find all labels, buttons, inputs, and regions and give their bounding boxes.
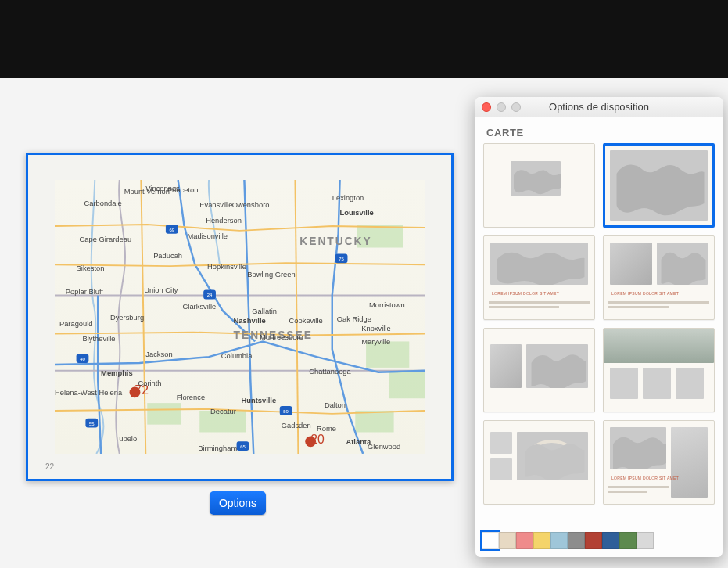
svg-text:69: 69	[169, 228, 174, 232]
top-dark-band	[0, 0, 728, 78]
map-view: 40 75 59 65 24 55 69 72 20 KENTUCKY TENN…	[55, 180, 425, 454]
svg-text:65: 65	[240, 444, 246, 449]
layout-panorama-three-photos[interactable]	[603, 328, 715, 412]
svg-text:Bowling Green: Bowling Green	[247, 271, 295, 279]
svg-text:Birmingham: Birmingham	[198, 444, 237, 452]
svg-text:Paragould: Paragould	[59, 320, 93, 328]
svg-text:Gallatin: Gallatin	[252, 307, 277, 315]
svg-rect-2	[389, 372, 425, 398]
swatch-red[interactable]	[585, 532, 602, 549]
svg-text:Morristown: Morristown	[369, 301, 405, 309]
svg-rect-3	[147, 403, 181, 425]
svg-text:Princeton: Princeton	[167, 186, 199, 194]
svg-text:Poplar Bluff: Poplar Bluff	[66, 288, 104, 296]
svg-text:20: 20	[310, 433, 325, 446]
swatch-pink[interactable]	[516, 532, 533, 549]
page-number: 22	[45, 462, 54, 471]
svg-text:Nashville: Nashville	[234, 317, 266, 325]
svg-text:Owensboro: Owensboro	[232, 201, 270, 209]
layout-map-full-bleed[interactable]	[603, 143, 715, 228]
window-traffic-lights	[475, 102, 521, 112]
svg-text:Lexington: Lexington	[332, 194, 364, 202]
layout-map-top-caption-below[interactable]: LOREM IPSUM DOLOR SIT AMET	[483, 235, 595, 320]
swatch-green[interactable]	[619, 532, 637, 549]
options-button[interactable]: Options	[210, 491, 266, 515]
minimize-icon[interactable]	[497, 102, 506, 112]
svg-text:Carbondale: Carbondale	[84, 200, 121, 207]
swatch-white[interactable]	[482, 532, 499, 549]
svg-text:Gadsden: Gadsden	[282, 422, 311, 430]
swatch-beige[interactable]	[499, 532, 516, 549]
layout-split-photo-map-caption[interactable]: LOREM IPSUM DOLOR SIT AMET	[603, 235, 715, 320]
svg-text:55: 55	[89, 422, 95, 426]
svg-text:Cookeville: Cookeville	[289, 317, 323, 325]
svg-text:Corinth: Corinth	[138, 379, 161, 387]
svg-text:Maryville: Maryville	[361, 338, 390, 346]
layout-options-window[interactable]: Options de disposition CARTE LOREM	[475, 97, 723, 557]
svg-text:Decatur: Decatur	[210, 408, 236, 415]
svg-text:Madisonville: Madisonville	[187, 232, 227, 240]
svg-text:Memphis: Memphis	[101, 369, 133, 377]
svg-text:Sikeston: Sikeston	[77, 264, 105, 272]
swatch-blue[interactable]	[602, 532, 619, 549]
svg-text:Murfreesboro: Murfreesboro	[260, 334, 303, 342]
svg-text:Dalton: Dalton	[325, 401, 346, 409]
swatch-yellow[interactable]	[533, 532, 550, 549]
layout-two-photo-map[interactable]	[483, 328, 595, 412]
svg-text:Chattanooga: Chattanooga	[309, 368, 351, 376]
svg-text:40: 40	[80, 357, 85, 361]
svg-text:75: 75	[339, 257, 344, 261]
svg-text:Huntsville: Huntsville	[241, 397, 276, 404]
layout-three-small-photos-map[interactable]	[483, 420, 595, 505]
svg-text:Florence: Florence	[177, 394, 205, 401]
section-label-carte: CARTE	[475, 117, 723, 143]
svg-text:Evansville: Evansville	[199, 201, 232, 209]
svg-text:Blytheville: Blytheville	[82, 335, 115, 343]
layout-map-small-center[interactable]	[483, 143, 595, 228]
svg-text:Louisville: Louisville	[340, 209, 374, 217]
svg-text:Dyersburg: Dyersburg	[110, 314, 144, 322]
color-swatch-row	[475, 523, 723, 557]
svg-text:Glenwood: Glenwood	[368, 443, 400, 451]
layout-grid: LOREM IPSUM DOLOR SIT AMET LOREM IPSUM D…	[475, 143, 723, 523]
svg-text:Tupelo: Tupelo	[115, 435, 137, 443]
svg-text:Rome: Rome	[317, 425, 336, 433]
swatch-lightblue[interactable]	[550, 532, 568, 549]
svg-text:Columbia: Columbia	[221, 352, 253, 360]
swatch-grey[interactable]	[568, 532, 585, 549]
svg-text:Cape Girardeau: Cape Girardeau	[80, 235, 132, 243]
svg-rect-5	[355, 411, 393, 433]
map-page-selected[interactable]: 40 75 59 65 24 55 69 72 20 KENTUCKY TENN…	[26, 153, 454, 481]
svg-text:Helena-West Helena: Helena-West Helena	[55, 389, 123, 397]
swatch-lightgrey[interactable]	[637, 532, 654, 549]
svg-text:Oak Ridge: Oak Ridge	[337, 315, 371, 323]
svg-text:Jackson: Jackson	[145, 351, 172, 358]
svg-text:24: 24	[207, 293, 213, 297]
zoom-icon[interactable]	[511, 102, 521, 112]
svg-text:59: 59	[283, 409, 289, 414]
layout-map-caption-photo-right[interactable]: LOREM IPSUM DOLOR SIT AMET	[603, 420, 715, 505]
svg-text:Henderson: Henderson	[206, 217, 242, 225]
close-icon[interactable]	[482, 102, 491, 112]
svg-text:Paducah: Paducah	[153, 252, 182, 260]
svg-text:Union City: Union City	[144, 286, 178, 294]
svg-text:Hopkinsville: Hopkinsville	[207, 263, 246, 271]
svg-text:Clarksville: Clarksville	[183, 303, 217, 311]
editor-canvas: 40 75 59 65 24 55 69 72 20 KENTUCKY TENN…	[0, 78, 728, 568]
window-titlebar[interactable]: Options de disposition	[475, 97, 723, 117]
svg-text:Knoxville: Knoxville	[361, 325, 390, 333]
svg-text:KENTUCKY: KENTUCKY	[299, 235, 371, 247]
